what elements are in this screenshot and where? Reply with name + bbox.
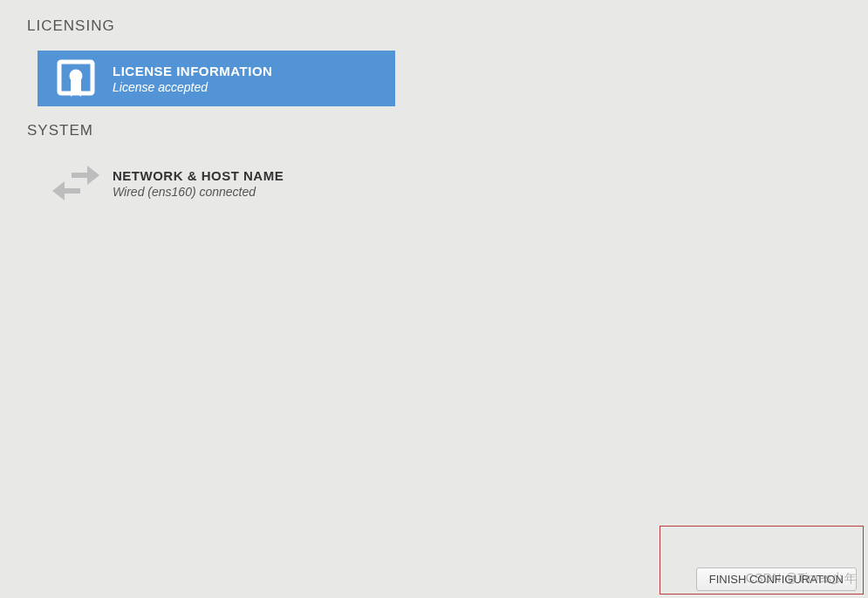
license-spoke-status: License accepted — [113, 80, 272, 94]
network-spoke-title: NETWORK & HOST NAME — [113, 168, 284, 183]
network-arrows-icon — [48, 162, 104, 204]
system-section-header: SYSTEM — [0, 106, 868, 139]
license-spoke-title: LICENSE INFORMATION — [113, 64, 272, 78]
license-certificate-icon — [48, 58, 104, 99]
network-spoke-status: Wired (ens160) connected — [113, 185, 284, 199]
licensing-section-header: LICENSING — [0, 0, 868, 35]
license-information-spoke[interactable]: LICENSE INFORMATION License accepted — [38, 51, 395, 106]
finish-configuration-button[interactable]: FINISH CONFIGURATION — [696, 567, 857, 591]
network-hostname-spoke[interactable]: NETWORK & HOST NAME Wired (ens160) conne… — [38, 155, 395, 211]
